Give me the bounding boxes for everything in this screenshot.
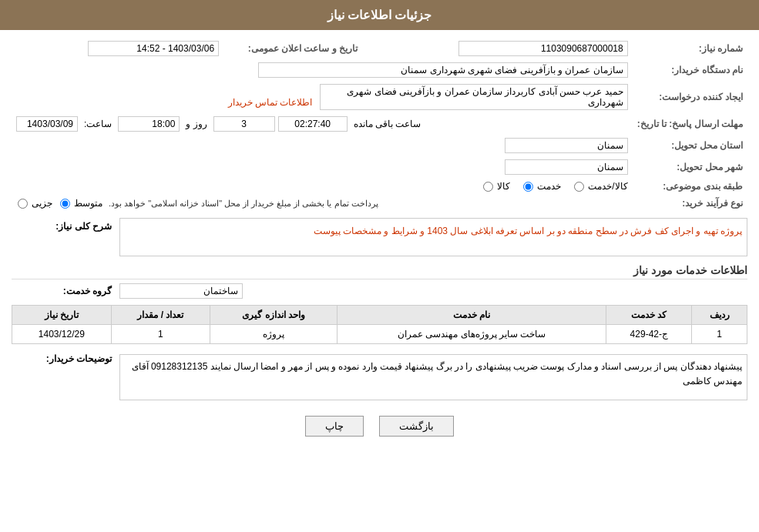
toozihat-value: پیشنهاد دهندگان پس از بررسی اسناد و مدار… [132, 361, 742, 386]
radio-kala-khadamat-input[interactable] [574, 182, 584, 192]
tarikh-aalan-value: 1403/03/06 - 14:52 [12, 38, 223, 59]
print-button[interactable]: چاپ [305, 416, 364, 437]
radio-jozi[interactable]: جزیی [16, 198, 52, 209]
cell-kod: ج-42-429 [606, 325, 692, 344]
sharh-koli-label: شرح کلی نیاز: [55, 221, 112, 232]
col-vahed: واحد اندازه گیری [210, 306, 338, 325]
shomara-niaz-value: 1103090687000018 [362, 38, 633, 59]
services-table: ردیف کد خدمت نام خدمت واحد اندازه گیری ت… [12, 305, 747, 344]
ostan-label: استان محل تحویل: [633, 135, 747, 156]
shomara-niaz-label: شماره نیاز: [633, 38, 747, 59]
baqi-label: ساعت باقی مانده [354, 119, 421, 129]
name-dastgah-input: سازمان عمران و بازآفرینی فضای شهری شهردا… [258, 62, 628, 78]
ijad-label: ایجاد کننده درخواست: [633, 81, 747, 113]
radio-kala-khadamat-label: کالا/خدمت [588, 181, 627, 192]
col-radif: ردیف [692, 306, 747, 325]
radio-motovaset-input[interactable] [60, 199, 70, 209]
toozihat-label: توضیحات خریدار: [46, 353, 112, 364]
buttons-row: بازگشت چاپ [12, 416, 747, 437]
tabaqe-radio-group: کالا خدمت کالا/خدمت [482, 181, 627, 192]
mohlat-row-inner: 1403/03/09 ساعت: 18:00 روز و 3 02:27:40 … [16, 116, 628, 132]
tabaqe-label: طبقه بندی موضوعی: [633, 178, 747, 195]
shomara-niaz-input: 1103090687000018 [458, 41, 628, 56]
radio-kala-input[interactable] [483, 182, 493, 192]
ostan-input: سمنان [505, 138, 628, 153]
baqi-input: 02:27:40 [278, 116, 348, 132]
radio-motovaset-label: متوسط [74, 198, 102, 209]
shahr-input: سمنان [505, 159, 628, 175]
name-dastgah-value: سازمان عمران و بازآفرینی فضای شهری شهردا… [12, 59, 633, 81]
tarikh-aalan-label: تاریخ و ساعت اعلان عمومی: [223, 38, 362, 59]
page-wrapper: جزئیات اطلاعات نیاز شماره نیاز: 11030906… [0, 0, 759, 532]
tarikh-aalan-input: 1403/03/06 - 14:52 [88, 41, 219, 56]
mohlat-row: 1403/03/09 ساعت: 18:00 روز و 3 02:27:40 … [12, 113, 633, 135]
radio-khadamat[interactable]: خدمت [522, 181, 561, 192]
rooz-label: روز و [186, 119, 207, 129]
radio-kala-label: کالا [497, 181, 510, 192]
col-tedad: تعداد / مقدار [111, 306, 210, 325]
ijad-link[interactable]: اطلاعات تماس خریدار [228, 97, 313, 108]
sharh-koli-box: پروژه تهیه و اجرای کف فرش در سطح منطقه د… [119, 218, 747, 256]
content-area: شماره نیاز: 1103090687000018 تاریخ و ساع… [0, 30, 759, 452]
ijad-value: حمید عرب حسن آبادی کاربرداز سازمان عمران… [12, 81, 633, 113]
ettelaat-khadamat-title: اطلاعات خدمات مورد نیاز [12, 264, 747, 279]
tarikh-input: 1403/03/09 [16, 116, 78, 132]
radio-kala[interactable]: کالا [482, 181, 510, 192]
page-header: جزئیات اطلاعات نیاز [0, 0, 759, 30]
sharh-koli-value: پروژه تهیه و اجرای کف فرش در سطح منطقه د… [314, 226, 742, 236]
col-kod: کد خدمت [606, 306, 692, 325]
ijad-input: حمید عرب حسن آبادی کاربرداز سازمان عمران… [320, 84, 628, 110]
radio-jozi-label: جزیی [32, 198, 52, 209]
cell-tarikh: 1403/12/29 [12, 325, 112, 344]
farayand-group-row: جزیی متوسط پرداخت تمام یا بخشی از مبلغ خ… [16, 198, 628, 209]
cell-tedad: 1 [111, 325, 210, 344]
gorooh-value: ساختمان [119, 283, 243, 299]
tabaqe-value: کالا خدمت کالا/خدمت [12, 178, 633, 195]
toozihat-box: پیشنهاد دهندگان پس از بررسی اسناد و مدار… [119, 354, 747, 400]
nooe-farayand-value: جزیی متوسط پرداخت تمام یا بخشی از مبلغ خ… [12, 195, 633, 212]
saaat-input: 18:00 [118, 116, 180, 132]
rooz-input: 3 [213, 116, 275, 132]
nooe-farayand-label: نوع فرآیند خرید: [633, 195, 747, 212]
radio-kala-khadamat[interactable]: کالا/خدمت [573, 181, 627, 192]
radio-khadamat-input[interactable] [523, 182, 533, 192]
table-row: 1ج-42-429ساخت سایر پروژه‌های مهندسی عمرا… [12, 325, 747, 344]
radio-jozi-input[interactable] [18, 199, 28, 209]
farayand-note: پرداخت تمام یا بخشی از مبلغ خریدار از مح… [109, 199, 378, 209]
shahr-value: سمنان [12, 156, 633, 178]
radio-motovaset[interactable]: متوسط [59, 198, 102, 209]
col-name: نام خدمت [337, 306, 606, 325]
col-tarikh: تاریخ نیاز [12, 306, 112, 325]
page-title: جزئیات اطلاعات نیاز [327, 8, 432, 22]
back-button[interactable]: بازگشت [379, 416, 454, 437]
ostan-value: سمنان [12, 135, 633, 156]
cell-radif: 1 [692, 325, 747, 344]
shahr-label: شهر محل تحویل: [633, 156, 747, 178]
gorooh-label: گروه خدمت: [12, 286, 112, 296]
saaat-label: ساعت: [84, 119, 112, 129]
cell-name: ساخت سایر پروژه‌های مهندسی عمران [337, 325, 606, 344]
cell-vahed: پروژه [210, 325, 338, 344]
radio-khadamat-label: خدمت [537, 181, 561, 192]
mohlat-label: مهلت ارسال پاسخ: تا تاریخ: [633, 113, 747, 135]
name-dastgah-label: نام دستگاه خریدار: [633, 59, 747, 81]
info-section: شماره نیاز: 1103090687000018 تاریخ و ساع… [12, 38, 747, 212]
